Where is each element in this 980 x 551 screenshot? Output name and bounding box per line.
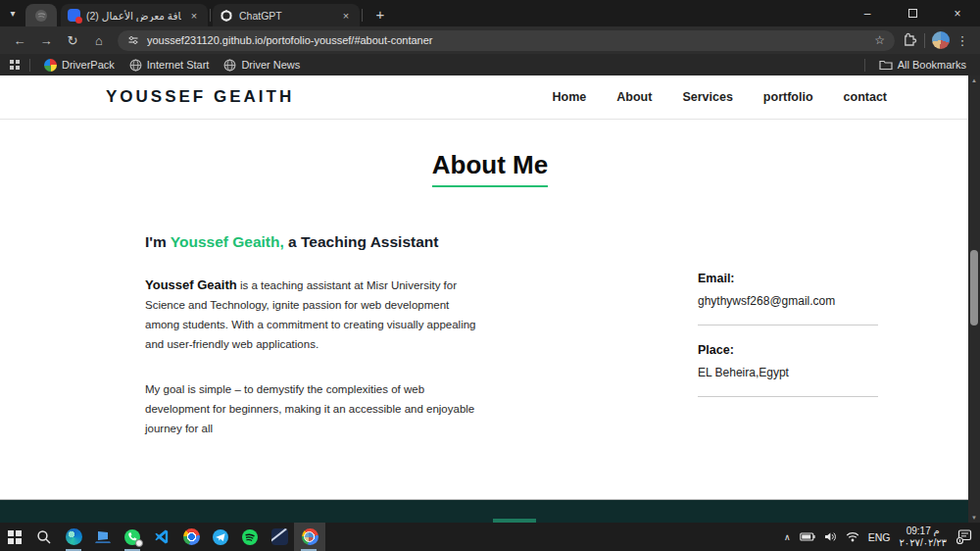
minimize-button[interactable]: –	[845, 0, 890, 26]
system-tray: ∧ ENG 09:17 م ٢٠٢٧/٠٢/٢٣	[784, 526, 980, 548]
chatgpt-favicon-icon	[220, 9, 233, 23]
forward-icon: →	[40, 33, 53, 48]
home-icon: ⌂	[95, 33, 103, 48]
windows-taskbar: ∧ ENG 09:17 م ٢٠٢٧/٠٢/٢٣	[0, 523, 980, 551]
laptop-icon	[94, 529, 112, 545]
taskbar-laptop-app-button[interactable]	[88, 523, 118, 551]
taskbar-whatsapp-button[interactable]	[118, 523, 147, 551]
tab-close-icon[interactable]: ×	[187, 9, 201, 23]
nav-link-about[interactable]: About	[616, 90, 652, 104]
bookmark-driver-news[interactable]: Driver News	[220, 59, 304, 72]
clock-time: 09:17 م	[899, 526, 947, 537]
page-viewport: YOUSSEF GEAITH Home About Services portf…	[0, 75, 980, 523]
pinned-tab-active[interactable]	[25, 4, 57, 26]
apps-grid-icon[interactable]	[10, 60, 20, 70]
globe-icon	[129, 59, 142, 72]
profile-avatar[interactable]	[932, 31, 950, 49]
bookmark-label: Driver News	[241, 59, 300, 71]
address-bar[interactable]: youssef231120.github.io/portofolio-youss…	[118, 30, 895, 51]
bookmark-label: DriverPack	[62, 59, 115, 71]
tab-separator	[362, 9, 363, 22]
bookmarks-separator	[864, 59, 865, 72]
profile-avatar-overlay	[304, 531, 315, 542]
tab-title: (2) مستقل | إضافة معرض الأعمال	[86, 10, 181, 22]
bookmark-label: Internet Start	[147, 59, 210, 71]
divider	[698, 325, 878, 326]
taskbar-dark-app-button[interactable]	[265, 523, 294, 551]
bookmark-driverpack[interactable]: DriverPack	[40, 59, 119, 72]
taskbar-search-button[interactable]	[29, 523, 59, 551]
contact-info-column: Email: ghythywsf268@gmail.com Place: EL …	[698, 233, 878, 438]
clock-date: ٢٠٢٧/٠٢/٢٣	[899, 537, 947, 549]
taskbar-chrome-profile-active-button[interactable]	[294, 523, 325, 551]
chrome-icon	[183, 528, 200, 545]
battery-icon[interactable]	[800, 532, 815, 541]
tab-close-icon[interactable]: ×	[339, 9, 353, 23]
intro-name: Youssef Geaith,	[171, 233, 284, 250]
globe-icon	[223, 59, 236, 72]
place-label: Place:	[698, 343, 878, 357]
folder-icon	[879, 59, 893, 71]
scroll-down-arrow-icon[interactable]: ▼	[968, 513, 980, 523]
new-tab-button[interactable]: +	[368, 2, 392, 25]
site-info-icon[interactable]	[127, 34, 139, 46]
close-icon: ×	[954, 7, 960, 21]
bookmark-internet-start[interactable]: Internet Start	[125, 59, 214, 72]
home-button[interactable]: ⌂	[87, 28, 111, 52]
action-center-icon[interactable]	[956, 529, 972, 544]
taskbar-vscode-button[interactable]	[147, 523, 176, 551]
taskbar-chrome-button[interactable]	[176, 523, 206, 551]
all-bookmarks-button[interactable]: All Bookmarks	[875, 59, 970, 71]
start-button[interactable]	[0, 523, 29, 551]
section-button-peek	[493, 519, 536, 523]
page-scrollbar[interactable]: ▲ ▼	[968, 75, 980, 523]
scrollbar-thumb[interactable]	[970, 250, 978, 326]
wifi-icon[interactable]	[846, 531, 859, 542]
reload-icon: ↻	[68, 33, 78, 48]
extensions-icon[interactable]	[902, 32, 917, 48]
intro-suffix: a Teaching Assistant	[284, 233, 439, 250]
nav-link-portfolio[interactable]: portfolio	[763, 90, 813, 104]
forward-button[interactable]: →	[34, 28, 58, 52]
email-value: ghythywsf268@gmail.com	[698, 294, 878, 308]
nav-link-home[interactable]: Home	[553, 90, 587, 104]
about-intro-heading: I'm Youssef Geaith, a Teaching Assistant	[145, 233, 486, 251]
telegram-icon	[212, 528, 229, 546]
about-paragraph-1: Youssef Geaith is a teaching assistant a…	[145, 276, 486, 354]
scroll-up-arrow-icon[interactable]: ▲	[968, 75, 980, 85]
browser-tabstrip: ▾ (2) مستقل | إضافة معرض الأعمال × ChatG…	[0, 0, 980, 26]
tab-chatgpt[interactable]: ChatGPT ×	[213, 4, 360, 26]
close-window-button[interactable]: ×	[935, 0, 980, 26]
kebab-menu-icon: ⋮	[956, 33, 969, 48]
window-controls: – ×	[845, 0, 980, 26]
search-icon	[36, 529, 52, 545]
nav-link-services[interactable]: Services	[682, 90, 732, 104]
maximize-button[interactable]	[890, 0, 935, 26]
email-label: Email:	[698, 272, 878, 285]
tray-chevron-up-icon[interactable]: ∧	[784, 532, 791, 542]
nav-link-contact[interactable]: contact	[844, 90, 887, 104]
taskbar-clock[interactable]: 09:17 م ٢٠٢٧/٠٢/٢٣	[899, 526, 947, 548]
browser-toolbar: ← → ↻ ⌂ youssef231120.github.io/portofol…	[0, 26, 980, 54]
url-text[interactable]: youssef231120.github.io/portofolio-youss…	[147, 34, 866, 46]
toolbar-separator	[924, 33, 925, 48]
bookmark-star-icon[interactable]: ☆	[874, 33, 885, 47]
taskbar-telegram-button[interactable]	[206, 523, 235, 551]
plus-icon: +	[376, 6, 385, 23]
minimize-icon: –	[864, 7, 871, 21]
tab-search-button[interactable]: ▾	[0, 0, 25, 26]
browser-menu-button[interactable]: ⋮	[953, 33, 972, 48]
about-me-title: About Me	[432, 150, 548, 187]
language-indicator[interactable]: ENG	[868, 531, 891, 543]
taskbar-spotify-button[interactable]	[235, 523, 265, 551]
paragraph-lead-name: Youssef Geaith	[145, 277, 237, 292]
back-button[interactable]: ←	[8, 28, 31, 52]
speaker-icon[interactable]	[824, 531, 837, 542]
taskbar-edge-button[interactable]	[59, 523, 88, 551]
spotify-icon	[241, 528, 259, 546]
reload-button[interactable]: ↻	[61, 28, 84, 52]
intro-prefix: I'm	[145, 233, 171, 250]
about-text-column: I'm Youssef Geaith, a Teaching Assistant…	[145, 233, 486, 438]
tab-mostaql[interactable]: (2) مستقل | إضافة معرض الأعمال ×	[61, 4, 208, 26]
site-header: YOUSSEF GEAITH Home About Services portf…	[0, 75, 980, 120]
